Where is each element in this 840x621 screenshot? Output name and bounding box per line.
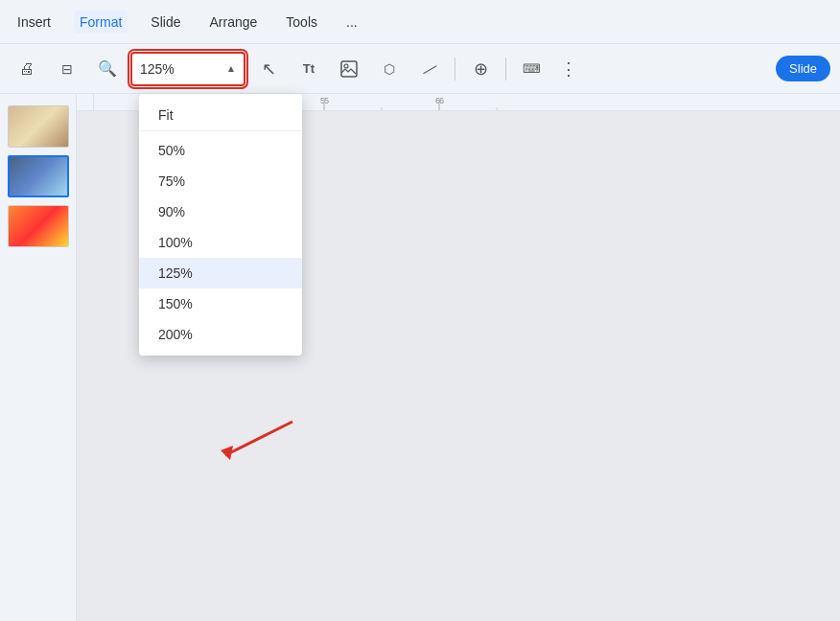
slide-thumb-1[interactable]: [8, 105, 69, 148]
dropdown-option-125[interactable]: 125%: [139, 258, 302, 288]
dropdown-option-200[interactable]: 200%: [139, 319, 302, 350]
slide-thumb-wrapper-3: 3: [8, 205, 69, 247]
keyboard-button[interactable]: ⌨: [514, 52, 548, 86]
text-button[interactable]: Tt: [292, 52, 326, 86]
shapes-button[interactable]: ⬡: [372, 52, 407, 86]
slide-thumb-3[interactable]: [8, 205, 69, 247]
dropdown-option-150[interactable]: 150%: [139, 288, 302, 319]
menu-tools[interactable]: Tools: [280, 11, 323, 34]
main-area: 1 2 3 4 5 6: [0, 94, 840, 621]
menu-arrange[interactable]: Arrange: [204, 11, 264, 34]
ruler-corner: [77, 94, 94, 111]
dropdown-option-90[interactable]: 90%: [139, 196, 302, 227]
select-button[interactable]: ↖: [251, 52, 286, 86]
dropdown-option-100[interactable]: 100%: [139, 227, 302, 258]
dropdown-option-75[interactable]: 75%: [139, 166, 302, 196]
zoom-selector[interactable]: 125% ▲: [130, 52, 245, 86]
print-button[interactable]: 🖨: [10, 52, 44, 86]
zoom-dropdown[interactable]: Fit 50% 75% 90% 100% 125% 150% 200%: [139, 94, 302, 356]
slide-thumb-wrapper-2: 2: [8, 155, 69, 197]
image-button[interactable]: [332, 52, 366, 86]
slide-thumb-wrapper-1: 1: [8, 105, 69, 148]
svg-point-1: [344, 64, 348, 68]
ruler-label-6: 6: [435, 96, 440, 105]
zoom-value: 125%: [140, 61, 226, 77]
ruler-label-5: 5: [320, 96, 325, 105]
toolbar: 🖨 ⊟ 🔍 125% ▲ ↖ Tt ⬡ — ⊕ ⌨ ⋮ Slide: [0, 44, 840, 94]
menu-format[interactable]: Format: [74, 11, 128, 34]
menu-more[interactable]: ...: [340, 11, 363, 34]
svg-rect-0: [341, 61, 357, 77]
paint-format-button[interactable]: ⊟: [50, 52, 84, 86]
toolbar-separator-2: [505, 58, 506, 80]
slide-panel: 1 2 3: [0, 94, 77, 621]
more-options-button[interactable]: ⋮: [554, 58, 583, 80]
insert-image-button[interactable]: ⊕: [463, 52, 498, 86]
line-button[interactable]: —: [406, 45, 453, 92]
slide-thumb-2[interactable]: [8, 155, 69, 197]
dropdown-fit-option[interactable]: Fit: [139, 100, 302, 131]
menu-insert[interactable]: Insert: [12, 11, 57, 34]
zoom-button[interactable]: 🔍: [90, 52, 125, 86]
dropdown-option-50[interactable]: 50%: [139, 135, 302, 166]
slide-show-button[interactable]: Slide: [776, 56, 830, 81]
toolbar-separator: [455, 58, 455, 80]
menu-slide[interactable]: Slide: [145, 11, 186, 34]
menu-bar: Insert Format Slide Arrange Tools ...: [0, 0, 840, 44]
zoom-up-arrow-icon: ▲: [226, 63, 236, 74]
